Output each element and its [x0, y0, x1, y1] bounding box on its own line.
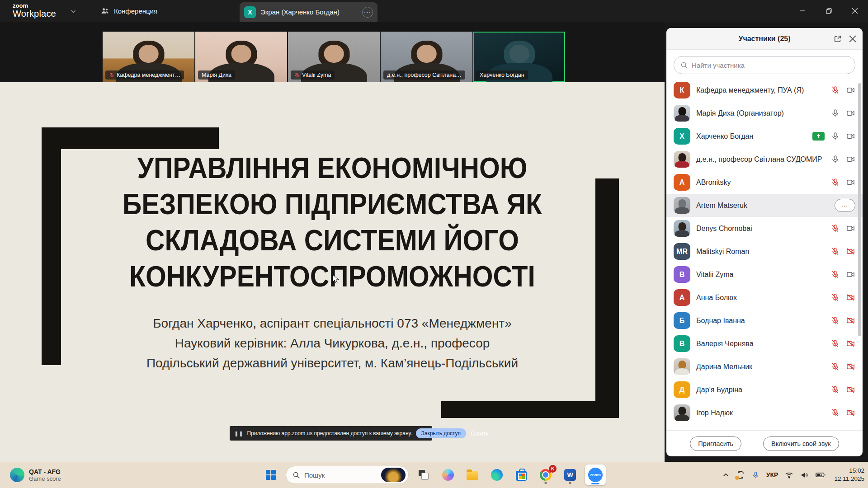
edge-button[interactable] [487, 465, 506, 484]
video-tile-2[interactable]: Марія Диха [195, 32, 287, 82]
search-icon [680, 61, 688, 69]
microphone-tray-icon[interactable] [752, 471, 760, 479]
participant-name: Malitskyi Roman [696, 248, 825, 256]
copilot-button[interactable] [439, 465, 458, 484]
zoom-workplace-logo: zoom Workplace [13, 3, 56, 19]
chevron-down-icon[interactable] [70, 8, 76, 14]
slide-title-line: УПРАВЛІННЯ ЕКОНОМІЧНОЮ [27, 150, 638, 186]
language-indicator[interactable]: УКР [766, 471, 778, 479]
task-view-button[interactable] [414, 465, 433, 484]
participant-row[interactable]: ККафедра менеджменту, ПУА (Я) [666, 79, 863, 102]
logo-zoom-text: zoom [13, 3, 56, 9]
chrome-notification-badge: K [549, 465, 557, 473]
store-icon [516, 471, 527, 481]
participant-row[interactable]: ББоднар Іванна [666, 309, 863, 332]
taskbar-search[interactable]: Пошук [286, 466, 409, 484]
participant-row[interactable]: Denys Chornobai [666, 217, 863, 240]
unmute-button[interactable]: Включить свой звук [763, 436, 839, 451]
camera-on-icon [846, 224, 855, 233]
search-icon [292, 471, 300, 479]
participants-list: ККафедра менеджменту, ПУА (Я)Марія Диха … [666, 79, 863, 430]
mic-muted-icon [831, 339, 840, 348]
participants-panel: Участники (25) ККафедра менеджменту, ПУА… [666, 28, 863, 456]
avatar-initial: MR [674, 243, 690, 260]
search-input[interactable] [692, 61, 849, 69]
participant-status-icons [831, 86, 855, 94]
participant-status-icons [831, 155, 855, 164]
participant-row[interactable]: Ігор Надюк [666, 401, 863, 424]
participant-row[interactable]: ВВалерія Чернява [666, 332, 863, 355]
video-participant-name: Кафедра менеджмент… [117, 72, 180, 78]
participant-name: Ігор Надюк [696, 409, 825, 417]
participant-row[interactable]: BVitalii Zyma [666, 263, 863, 286]
participant-row[interactable]: MRMalitskyi Roman [666, 240, 863, 263]
minimize-button[interactable] [789, 0, 816, 22]
participant-row[interactable]: ХХарченко Богдан [666, 125, 863, 148]
participant-name: Vitalii Zyma [696, 271, 825, 279]
participant-row[interactable]: ДДар'я Будріна [666, 378, 863, 401]
camera-on-icon [846, 109, 855, 117]
participant-search[interactable] [674, 56, 855, 74]
video-tile-5[interactable]: Харченко Богдан [473, 32, 565, 82]
participant-status-icons [831, 316, 855, 325]
video-tile-3[interactable]: Vitalii Zyma [288, 32, 380, 82]
invite-button[interactable]: Пригласить [690, 436, 741, 451]
participant-status-icons [812, 132, 855, 141]
avatar-initial: К [674, 82, 690, 99]
file-explorer-button[interactable] [463, 465, 482, 484]
slide-decoration-top [42, 127, 219, 149]
participants-header: Участники (25) [666, 28, 863, 50]
slide-subtitle-line: Подільський державний університет, м. Ка… [0, 353, 665, 373]
tab-conference[interactable]: Конференция [94, 0, 164, 22]
start-button[interactable] [261, 465, 280, 484]
participant-row[interactable]: Марія Диха (Организатор) [666, 102, 863, 125]
avatar-photo [674, 358, 690, 375]
mic-muted-icon [831, 224, 840, 233]
participant-row[interactable]: AABronitsky [666, 171, 863, 194]
camera-off-icon [846, 293, 855, 302]
video-tile-4[interactable]: д.е.н., професор Світлана… [381, 32, 472, 82]
avatar-photo [674, 404, 690, 421]
mic-muted-icon [831, 247, 840, 256]
window-controls [789, 0, 868, 22]
video-tile-1[interactable]: Кафедра менеджмент… [103, 32, 194, 82]
participant-name: Дарина Мельник [696, 363, 825, 371]
avatar-initial: A [674, 174, 690, 191]
microsoft-store-button[interactable] [512, 465, 531, 484]
running-indicator [545, 482, 547, 484]
avatar-photo [674, 151, 690, 168]
battery-icon[interactable] [816, 471, 826, 479]
scrollbar-thumb[interactable] [858, 83, 861, 336]
clock[interactable]: 15:02 12.11.2025 [832, 467, 864, 483]
participant-more-button[interactable]: … [835, 199, 855, 212]
search-highlight-image[interactable] [381, 468, 406, 482]
wifi-icon[interactable] [785, 471, 793, 479]
volume-icon[interactable] [800, 471, 809, 479]
share-banner-text: Приложению app.zoom.us предоставлен дост… [247, 430, 412, 436]
stop-sharing-button[interactable]: Закрыть доступ [416, 428, 466, 438]
participant-row[interactable]: Artem Matseruk… [666, 194, 863, 217]
word-button[interactable]: W [561, 465, 580, 484]
hide-banner-link[interactable]: Скрыть [471, 431, 488, 436]
participant-row[interactable]: ААнна Болюх [666, 286, 863, 309]
avatar-photo [674, 105, 690, 122]
participant-row[interactable]: Дарина Мельник [666, 355, 863, 378]
tab-more-button[interactable]: ··· [362, 7, 373, 18]
participant-row[interactable]: д.е.н., професор Світлана СУДОМИР [666, 148, 863, 171]
close-button[interactable] [842, 0, 868, 22]
pause-icon: ❚❚ [234, 431, 243, 436]
video-name-label: Кафедра менеджмент… [105, 70, 184, 80]
tab-screen-share[interactable]: X Экран (Харченко Богдан) ··· [240, 2, 377, 22]
video-participant-name: Vitalii Zyma [302, 72, 331, 78]
restore-button[interactable] [816, 0, 842, 22]
widgets-button[interactable]: QAT - AFG Game score [6, 462, 65, 488]
update-status[interactable] [736, 470, 745, 479]
zoom-app-button[interactable]: zoom [585, 465, 606, 485]
close-panel-icon[interactable] [849, 35, 856, 42]
chrome-button[interactable]: K [536, 465, 555, 484]
avatar-initial: Х [674, 128, 690, 145]
participant-name: Анна Болюх [696, 294, 825, 302]
tray-chevron-up-icon[interactable] [722, 472, 729, 479]
running-indicator [569, 482, 571, 484]
pop-out-icon[interactable] [834, 35, 842, 43]
